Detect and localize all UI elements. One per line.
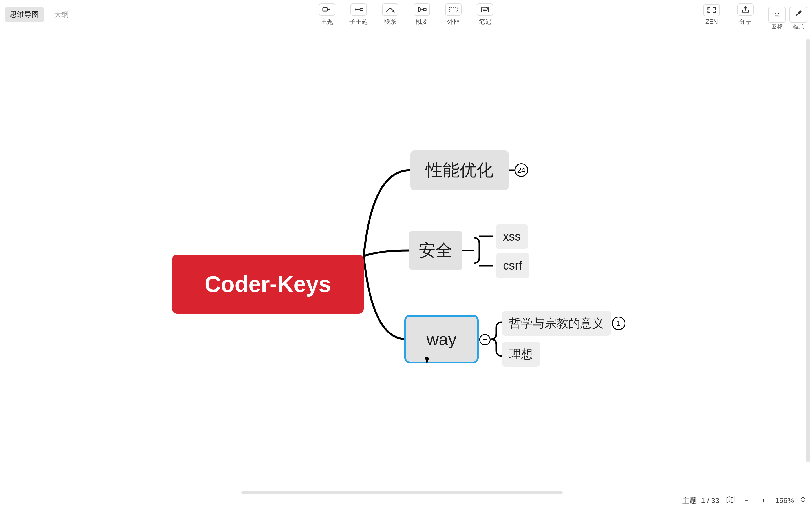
panel-toggles: ☺ 图标 格式 xyxy=(768,7,808,22)
subtopic-csrf[interactable]: csrf xyxy=(496,253,529,278)
zoom-stepper[interactable] xyxy=(801,496,805,505)
share-icon xyxy=(737,3,754,16)
center-tools: 主题 子主题 联系 概要 外框 xyxy=(313,3,499,27)
svg-rect-4 xyxy=(449,7,457,12)
summary-icon xyxy=(414,3,430,16)
boundary-button[interactable]: 外框 xyxy=(439,3,467,27)
share-button[interactable]: 分享 xyxy=(734,3,757,27)
status-bar: 主题: 1 / 33 − + 156% xyxy=(0,494,812,507)
smiley-icon: ☺ xyxy=(773,10,781,19)
vertical-scrollbar[interactable] xyxy=(806,29,810,490)
subtopic-philosophy[interactable]: 哲学与宗教的意义 xyxy=(502,311,611,336)
boundary-icon xyxy=(445,3,462,16)
view-tabs: 思维导图 大纲 xyxy=(4,7,74,22)
zen-icon xyxy=(703,4,720,16)
subtopic-philosophy-count-badge[interactable]: 1 xyxy=(612,317,625,330)
relationship-icon xyxy=(382,3,398,16)
relationship-button[interactable]: 联系 xyxy=(376,3,404,27)
topic-way[interactable]: way xyxy=(406,317,477,362)
horizontal-scrollbar[interactable] xyxy=(0,491,804,494)
tab-outline[interactable]: 大纲 xyxy=(49,7,74,22)
subtopic-ideal[interactable]: 理想 xyxy=(502,342,540,367)
topic-performance-count-badge[interactable]: 24 xyxy=(515,163,528,177)
sticker-panel-button[interactable]: ☺ 图标 xyxy=(768,7,786,22)
mindmap-canvas[interactable]: Coder-Keys 性能优化 24 安全 xss csrf way − 哲学与… xyxy=(0,29,804,493)
collapse-toggle[interactable]: − xyxy=(479,334,491,345)
tab-mindmap[interactable]: 思维导图 xyxy=(4,7,44,22)
zen-button[interactable]: ZEN xyxy=(700,3,723,27)
horizontal-scroll-thumb[interactable] xyxy=(241,491,563,494)
note-icon xyxy=(477,3,493,16)
zoom-in-button[interactable]: + xyxy=(758,496,769,506)
toolbar: 思维导图 大纲 主题 子主题 联系 概要 xyxy=(0,0,812,29)
svg-rect-0 xyxy=(323,8,327,11)
topic-icon xyxy=(319,3,335,16)
subtopic-button[interactable]: 子主题 xyxy=(345,3,373,27)
subtopic-icon xyxy=(350,3,367,16)
connector-lines xyxy=(0,29,804,493)
zoom-level: 156% xyxy=(775,496,794,505)
svg-rect-2 xyxy=(360,8,363,11)
format-panel-button[interactable]: 格式 xyxy=(790,7,808,22)
summary-button[interactable]: 概要 xyxy=(408,3,436,27)
subtopic-xss[interactable]: xss xyxy=(496,224,528,249)
topic-performance[interactable]: 性能优化 xyxy=(410,151,509,190)
vertical-scroll-thumb[interactable] xyxy=(806,39,810,462)
zoom-out-button[interactable]: − xyxy=(742,496,752,506)
brush-icon xyxy=(795,10,802,19)
svg-rect-5 xyxy=(481,7,488,12)
svg-rect-3 xyxy=(424,8,426,11)
right-tools: ZEN 分享 ☺ 图标 格式 xyxy=(700,3,808,27)
topic-count-label: 主题: 1 / 33 xyxy=(682,496,719,506)
central-topic[interactable]: Coder-Keys xyxy=(172,255,364,314)
topic-security[interactable]: 安全 xyxy=(409,231,462,270)
note-button[interactable]: 笔记 xyxy=(471,3,499,27)
minimap-button[interactable] xyxy=(726,496,735,505)
topic-button[interactable]: 主题 xyxy=(313,3,341,27)
svg-point-1 xyxy=(355,8,357,10)
